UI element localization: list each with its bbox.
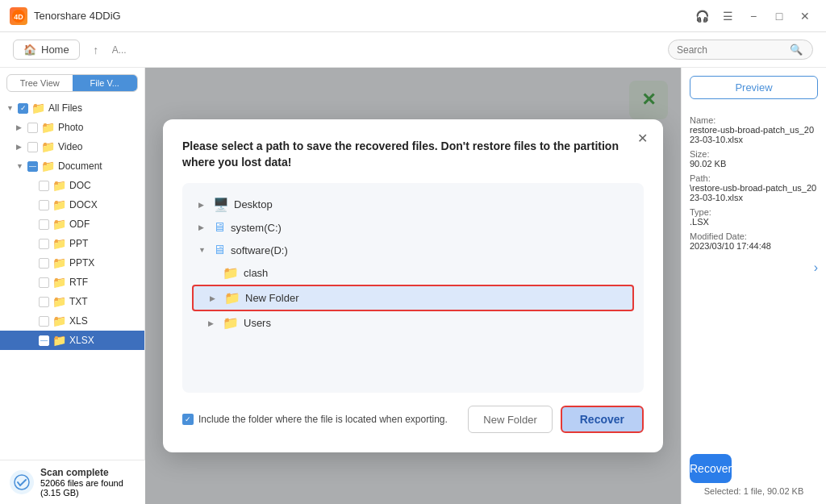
dialog-footer: ✓ Include the folder where the file is l…	[182, 406, 644, 433]
checkbox-docx[interactable]	[39, 200, 49, 210]
sidebar: Tree View File V... ▼ ✓ 📁 All Files ▶ 📁 …	[0, 68, 145, 504]
folder-icon: 📁	[52, 237, 66, 250]
sidebar-label-video: Video	[58, 141, 82, 152]
checkbox-txt[interactable]	[39, 297, 49, 307]
folder-yellow-icon: 📁	[223, 265, 239, 281]
svg-point-2	[15, 475, 29, 489]
menu-icon[interactable]: ☰	[716, 5, 739, 27]
folder-icon: 📁	[52, 218, 66, 231]
chevron-right-icon: ▶	[16, 143, 24, 151]
sidebar-item-ppt[interactable]: 📁 PPT	[0, 234, 144, 253]
sidebar-item-document[interactable]: ▼ — 📁 Document	[0, 156, 144, 176]
file-view-tab[interactable]: File V...	[73, 75, 138, 91]
dialog-close-button[interactable]: ✕	[632, 129, 652, 148]
chevron-right-icon: ▶	[208, 319, 218, 327]
view-toggle: Tree View File V...	[6, 74, 138, 92]
folder-icon: 📁	[41, 160, 55, 173]
app-title: Tenorshare 4DDiG	[34, 10, 121, 22]
sidebar-item-rtf[interactable]: 📁 RTF	[0, 273, 144, 292]
dialog-overlay: ✕ Please select a path to save the recov…	[145, 68, 681, 504]
sidebar-item-video[interactable]: ▶ 📁 Video	[0, 137, 144, 156]
chevron-right-icon: ▶	[210, 294, 219, 302]
checkbox-document[interactable]: —	[27, 161, 38, 172]
dtree-item-new-folder[interactable]: ▶ 📁 New Folder	[192, 285, 634, 311]
sidebar-item-photo[interactable]: ▶ 📁 Photo	[0, 118, 144, 137]
sidebar-label-photo: Photo	[58, 122, 83, 133]
checkbox-pptx[interactable]	[39, 258, 49, 269]
chevron-right-icon: ▶	[16, 123, 24, 131]
sidebar-item-pptx[interactable]: 📁 PPTX	[0, 253, 144, 273]
scan-title: Scan complete	[40, 467, 136, 478]
sidebar-label-ppt: PPT	[69, 238, 88, 249]
folder-icon: 📁	[31, 102, 45, 115]
include-folder-label: Include the folder where the file is loc…	[198, 414, 448, 425]
headset-icon[interactable]: 🎧	[690, 5, 713, 27]
checkbox-all-files[interactable]: ✓	[18, 103, 28, 114]
app-logo: 4D	[10, 7, 27, 25]
dtree-item-clash[interactable]: 📁 clash	[192, 261, 634, 285]
sidebar-label-document: Document	[58, 160, 102, 172]
right-panel: Preview Name: restore-usb-broad-patch_us…	[681, 68, 826, 504]
chevron-down-icon: ▼	[198, 246, 208, 254]
file-info-section: Name: restore-usb-broad-patch_us_2023-03…	[690, 112, 818, 251]
folder-yellow-icon: 📁	[224, 290, 240, 306]
dtree-item-users[interactable]: ▶ 📁 Users	[192, 311, 634, 335]
sidebar-label-doc: DOC	[69, 180, 91, 191]
dtree-label-system-c: system(C:)	[231, 222, 282, 234]
new-folder-button[interactable]: New Folder	[468, 406, 552, 433]
title-bar-controls: 🎧 ☰ − □ ✕	[690, 5, 816, 27]
checkbox-doc[interactable]	[39, 181, 49, 191]
checkbox-rtf[interactable]	[39, 277, 49, 288]
checkbox-odf[interactable]	[39, 219, 49, 230]
checkbox-xlsx[interactable]: —	[39, 335, 49, 346]
breadcrumb-text: A...	[112, 44, 127, 56]
date-value: 2023/03/10 17:44:48	[690, 241, 818, 251]
chevron-right-icon: ▶	[198, 223, 208, 231]
sidebar-item-xlsx[interactable]: — 📁 XLSX	[0, 331, 144, 350]
folder-icon: 📁	[41, 140, 55, 153]
checkbox-video[interactable]	[27, 142, 38, 152]
checkbox-photo[interactable]	[27, 123, 38, 133]
dtree-label-users: Users	[244, 317, 271, 329]
sidebar-item-txt[interactable]: 📁 TXT	[0, 292, 144, 311]
dtree-item-desktop[interactable]: ▶ 🖥️ Desktop	[192, 193, 634, 216]
checkbox-ppt[interactable]	[39, 239, 49, 249]
maximize-button[interactable]: □	[768, 5, 791, 27]
scan-complete-icon	[10, 470, 34, 494]
status-bar: Scan complete 52066 files are found (3.1…	[0, 460, 145, 504]
main-recover-button[interactable]: Recover	[690, 454, 732, 483]
preview-button[interactable]: Preview	[690, 76, 818, 99]
minimize-button[interactable]: −	[742, 5, 765, 27]
size-label: Size:	[690, 149, 818, 159]
sidebar-item-xls[interactable]: 📁 XLS	[0, 311, 144, 331]
dialog-tree: ▶ 🖥️ Desktop ▶ 🖥 system(C:) ▼ 🖥 sof	[182, 183, 644, 393]
folder-icon: 📁	[52, 256, 66, 269]
tree-view-tab[interactable]: Tree View	[7, 75, 73, 91]
sidebar-item-docx[interactable]: 📁 DOCX	[0, 195, 144, 215]
sidebar-item-doc[interactable]: 📁 DOC	[0, 176, 144, 195]
dtree-label-new-folder: New Folder	[245, 292, 298, 304]
sidebar-item-odf[interactable]: 📁 ODF	[0, 215, 144, 234]
dtree-item-software-d[interactable]: ▼ 🖥 software(D:)	[192, 239, 634, 261]
recover-button[interactable]: Recover	[561, 406, 644, 433]
dialog-title: Please select a path to save the recover…	[182, 139, 644, 170]
chevron-down-icon: ▼	[16, 162, 24, 170]
dtree-item-system-c[interactable]: ▶ 🖥 system(C:)	[192, 216, 634, 239]
type-value: .LSX	[690, 217, 818, 227]
close-button[interactable]: ✕	[794, 5, 816, 27]
search-box[interactable]: 🔍	[668, 40, 813, 60]
back-arrow[interactable]: ↑	[86, 40, 106, 60]
sidebar-item-all-files[interactable]: ▼ ✓ 📁 All Files	[0, 98, 144, 118]
chevron-down-icon: ▼	[6, 104, 15, 112]
save-path-dialog: ✕ Please select a path to save the recov…	[163, 119, 663, 452]
dtree-label-desktop: Desktop	[234, 198, 273, 210]
navigate-right-icon[interactable]: ›	[814, 260, 818, 275]
path-label: Path:	[690, 173, 818, 183]
home-button[interactable]: 🏠 Home	[13, 40, 80, 60]
search-input[interactable]	[677, 44, 790, 56]
computer-icon: 🖥	[213, 220, 226, 235]
include-folder-checkbox[interactable]: ✓	[182, 414, 194, 425]
content-area: ✕ ✕ Please select a path to save the rec…	[145, 68, 681, 504]
checkbox-xls[interactable]	[39, 316, 49, 327]
include-folder-checkbox-row[interactable]: ✓ Include the folder where the file is l…	[182, 414, 448, 425]
